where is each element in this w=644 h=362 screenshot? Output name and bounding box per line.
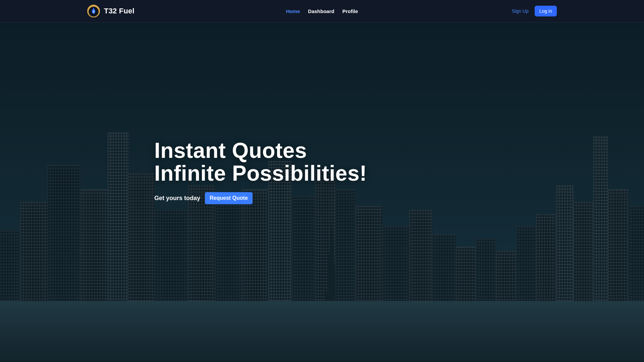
hero-subrow: Get yours today Request Quote (154, 192, 490, 204)
nav-link-home[interactable]: Home (286, 8, 300, 14)
hero-content: Instant Quotes Infinite Possibilities! G… (154, 139, 490, 204)
hero: Instant Quotes Infinite Possibilities! G… (0, 22, 644, 362)
hero-subtext: Get yours today (154, 195, 200, 202)
navbar: T32 Fuel Home Dashboard Profile Sign Up … (0, 0, 644, 22)
nav-auth: Sign Up Log in (512, 6, 557, 16)
nav-links: Home Dashboard Profile (286, 8, 358, 14)
nav-link-dashboard[interactable]: Dashboard (308, 8, 334, 14)
login-button[interactable]: Log in (535, 6, 557, 16)
hero-headline: Instant Quotes Infinite Possibilities! (154, 139, 490, 185)
request-quote-button[interactable]: Request Quote (205, 192, 253, 204)
hero-headline-line1: Instant Quotes (154, 139, 490, 162)
flame-icon (91, 7, 97, 15)
hero-water (0, 301, 644, 362)
signup-link[interactable]: Sign Up (512, 8, 529, 14)
nav-link-profile[interactable]: Profile (342, 8, 358, 14)
hero-headline-line2: Infinite Possibilities! (154, 162, 490, 185)
brand-name: T32 Fuel (104, 7, 135, 15)
hero-skyline (0, 104, 644, 308)
brand[interactable]: T32 Fuel (87, 5, 135, 17)
brand-logo (87, 5, 100, 17)
